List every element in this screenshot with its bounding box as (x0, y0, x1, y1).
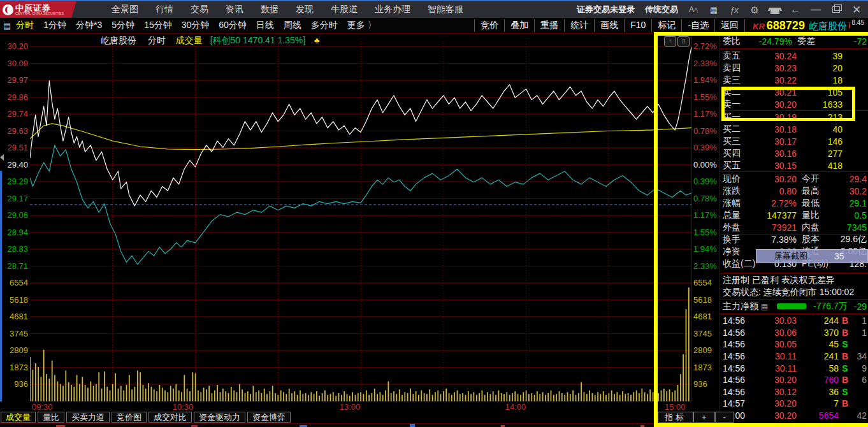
menu-item-智能客服[interactable]: 智能客服 (428, 4, 463, 15)
queue-row-买五[interactable]: 买五30.15418 (723, 159, 867, 171)
tooltip-extra-value: 35 (834, 251, 844, 261)
queue-row-买一[interactable]: 买一30.19213 (723, 111, 867, 123)
period-5分钟[interactable]: 5分钟 (112, 20, 134, 31)
period-周线[interactable]: 周线 (284, 20, 301, 31)
pct-axis-label: 2.72% (693, 43, 721, 50)
close-icon[interactable]: ✕ (851, 4, 862, 15)
info-row-涨跌[interactable]: 涨跌0.80最高30.2 (723, 185, 867, 197)
toolbar-button-竞价[interactable]: 竞价 (474, 19, 504, 32)
menu-item-交易[interactable]: 交易 (191, 4, 208, 15)
more-periods-button[interactable]: 更多 〉 (347, 20, 377, 31)
indicator-button-+[interactable]: + (693, 412, 715, 423)
page-icon[interactable]: ▤ (3, 21, 11, 31)
toolbar-button-标记[interactable]: 标记 (651, 19, 681, 32)
bottom-tab-bar: 成交量量比买卖力道竞价图成交对比资金驱动力资金博弈 (1, 412, 291, 423)
info-row-现价[interactable]: 现价30.20今开29.4 (723, 173, 867, 185)
menu-item-行情[interactable]: 行情 (156, 4, 173, 15)
tab-资金博弈[interactable]: 资金博弈 (247, 412, 291, 423)
toolbar-button-画线[interactable]: 画线 (594, 19, 624, 32)
trade-tick-row[interactable]: 14:5630.0545S (723, 338, 867, 351)
queue-row-买三[interactable]: 买三30.17146 (723, 135, 867, 147)
period-30分钟[interactable]: 30分钟 (182, 20, 210, 31)
toolbar-button-重播[interactable]: 重播 (534, 19, 564, 32)
tab-成交量[interactable]: 成交量 (1, 412, 36, 423)
trade-tick-row[interactable]: 14:5630.1158S9 (723, 362, 867, 374)
tab-买卖力道[interactable]: 买卖力道 (66, 412, 110, 423)
period-1分钟[interactable]: 1分钟 (43, 20, 66, 31)
menu-item-业务办理[interactable]: 业务办理 (375, 4, 410, 15)
font-size-icon[interactable]: AA (688, 4, 698, 15)
queue-row-卖二[interactable]: 卖二30.21105 (723, 86, 867, 98)
pct-axis-label: 2.33% (693, 60, 721, 68)
trade-tick-row[interactable]: 14:5630.11241B34 (723, 351, 867, 363)
period-多分时[interactable]: 多分时 (311, 20, 338, 31)
trade-tick-row[interactable]: 14:5630.1236S (723, 386, 867, 398)
collapse-arrow-icon[interactable] (0, 154, 4, 161)
price-axis-label: 29.29 (0, 178, 28, 185)
period-日线[interactable]: 日线 (256, 20, 274, 31)
period-60分钟[interactable]: 60分钟 (219, 20, 247, 31)
trade-status-row[interactable]: 交易状态: 连续竞价闭市 15:00:02 (723, 286, 867, 298)
trade-tick-row[interactable]: 14:5630.03244B1 (723, 315, 867, 327)
queue-row-卖三[interactable]: 卖三30.2218 (723, 74, 867, 86)
tab-竞价图[interactable]: 竞价图 (112, 412, 147, 423)
expand-up-icon[interactable]: ↑ (664, 36, 676, 47)
stock-identity: KR 688729 屹唐股份 i 8.45 (753, 19, 868, 33)
queue-row-买四[interactable]: 买四30.16277 (723, 147, 867, 159)
skin-theme-icon[interactable] (770, 4, 780, 15)
tab-成交对比[interactable]: 成交对比 (148, 412, 192, 423)
queue-row-卖一[interactable]: 卖一30.201633 (723, 98, 867, 110)
info-row-涨幅[interactable]: 涨幅2.72%最低29.1 (723, 197, 867, 209)
tab-量比[interactable]: 量比 (38, 412, 64, 423)
period-list: 分时1分钟分钟*35分钟15分钟30分钟60分钟日线周线多分时 (16, 20, 338, 31)
restore-icon[interactable] (831, 4, 841, 15)
layout-grid-icon[interactable]: ▦ (709, 4, 719, 15)
indicator-controls: 指标+- (658, 412, 734, 423)
toolbar-button-返回[interactable]: 返回 (714, 19, 745, 32)
settings-gear-icon[interactable]: ⚙ (749, 4, 760, 15)
toolbar-button-叠加[interactable]: 叠加 (504, 19, 534, 32)
left-scroll-strip[interactable] (0, 171, 2, 402)
formula-icon[interactable]: ƒx (729, 4, 739, 15)
panel-icon[interactable]: ▯ (677, 36, 690, 47)
vol-axis-label: 3745 (0, 330, 28, 338)
minimize-icon[interactable]: — (811, 4, 821, 15)
queue-row-卖五[interactable]: 卖五30.2439 (723, 50, 867, 62)
period-15分钟[interactable]: 15分钟 (144, 20, 172, 31)
indicator-button-指标[interactable]: 指标 (658, 412, 693, 423)
pin-icon[interactable]: ♣ (314, 36, 320, 45)
toolbar-button-F10[interactable]: F10 (624, 19, 651, 32)
pct-axis-label: 1.55% (693, 229, 721, 236)
back-arrow-icon[interactable]: ← (790, 4, 800, 15)
menu-item-牛股道[interactable]: 牛股道 (331, 4, 358, 15)
toolbar-button--自选[interactable]: -自选 (681, 19, 714, 32)
market-logo: KR (753, 22, 765, 31)
trade-tick-row[interactable]: 14:5730.207B (723, 398, 867, 410)
menu-item-数据[interactable]: 数据 (261, 4, 278, 15)
main-net-row[interactable]: 主力净额▤-776.7万-29 (723, 300, 867, 313)
price-axis-label: 29.40 (0, 161, 28, 169)
registration-row[interactable]: 注册制 已盈利 表决权无差异 (723, 274, 867, 286)
trade-tick-row[interactable]: 14:5630.06370B1 (723, 327, 867, 339)
queue-row-卖四[interactable]: 卖四30.2320 (723, 62, 867, 74)
menu-item-全景图[interactable]: 全景图 (112, 4, 138, 15)
pct-axis-label: 1.94% (693, 76, 721, 84)
tab-资金驱动力[interactable]: 资金驱动力 (194, 412, 245, 423)
period-分钟*3[interactable]: 分钟*3 (76, 20, 102, 31)
traditional-trade-button[interactable]: 传统交易 (645, 4, 678, 15)
trade-tick-row[interactable]: 14:5630.20760B6 (723, 374, 867, 386)
info-row-总量[interactable]: 总量147377量比0.5 (723, 209, 867, 221)
period-分时[interactable]: 分时 (16, 20, 34, 31)
chart-indicator-label[interactable]: 成交量 (176, 35, 203, 45)
menu-item-发现[interactable]: 发现 (296, 4, 314, 15)
menu-item-资讯[interactable]: 资讯 (226, 4, 243, 15)
trade-tick-row[interactable]: 15:0030.20565442 (723, 410, 867, 422)
queue-row-买二[interactable]: 买二30.1840 (723, 123, 867, 135)
info-row-换手[interactable]: 换手7.38%股本29.6亿 (723, 233, 867, 245)
panel-row[interactable]: 委比-24.79%委差-72 (723, 34, 867, 48)
info-row-外盘[interactable]: 外盘73921内盘7345 (723, 221, 867, 233)
toolbar-button-统计[interactable]: 统计 (564, 19, 594, 32)
intraday-chart[interactable] (30, 33, 691, 402)
indicator-button--[interactable]: - (715, 412, 734, 423)
stock-info-icon[interactable]: i (848, 20, 851, 30)
